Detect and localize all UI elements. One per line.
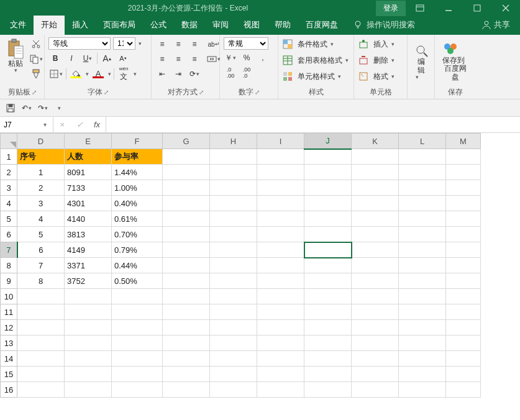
italic-button[interactable]: I xyxy=(65,52,78,65)
cut-button[interactable] xyxy=(29,37,43,51)
cell-F16[interactable] xyxy=(112,382,163,398)
cell-K7[interactable] xyxy=(352,242,399,258)
row-header-6[interactable]: 6 xyxy=(1,227,17,242)
cell-I14[interactable] xyxy=(257,351,304,367)
col-header-I[interactable]: I xyxy=(257,134,304,149)
cell-F4[interactable]: 0.40% xyxy=(112,196,163,211)
format-painter-button[interactable] xyxy=(29,67,43,81)
ribbon-display-button[interactable] xyxy=(406,0,434,16)
number-launcher[interactable]: ⤢ xyxy=(255,89,260,96)
cell-K3[interactable] xyxy=(352,180,399,196)
save-button[interactable] xyxy=(4,101,17,115)
table-format-button[interactable]: 套用表格格式▾ xyxy=(282,53,350,67)
row-header-12[interactable]: 12 xyxy=(1,320,17,336)
cell-E8[interactable]: 3371 xyxy=(65,258,112,273)
cell-F10[interactable] xyxy=(112,289,163,304)
cell-D8[interactable]: 7 xyxy=(17,258,65,273)
cell-J10[interactable] xyxy=(304,289,352,304)
cell-H1[interactable] xyxy=(210,149,257,165)
cell-D5[interactable]: 4 xyxy=(17,211,65,227)
cell-F1[interactable]: 参与率 xyxy=(112,149,163,165)
insert-function-button[interactable]: fx xyxy=(88,120,106,129)
cell-H14[interactable] xyxy=(210,351,257,367)
cell-G11[interactable] xyxy=(163,304,210,320)
cell-D6[interactable]: 5 xyxy=(17,227,65,242)
cell-D7[interactable]: 6 xyxy=(17,242,65,258)
cell-E3[interactable]: 7133 xyxy=(65,180,112,196)
cell-M3[interactable] xyxy=(446,180,481,196)
cell-H7[interactable] xyxy=(210,242,257,258)
cell-M14[interactable] xyxy=(446,351,481,367)
redo-button[interactable]: ↷▾ xyxy=(36,101,50,115)
cell-D16[interactable] xyxy=(17,382,65,398)
formula-input[interactable] xyxy=(106,117,520,132)
cell-G3[interactable] xyxy=(163,180,210,196)
align-left-button[interactable]: ≡ xyxy=(155,52,169,66)
cell-H10[interactable] xyxy=(210,289,257,304)
tab-insert[interactable]: 插入 xyxy=(65,16,96,35)
cell-I1[interactable] xyxy=(257,149,304,165)
cell-L2[interactable] xyxy=(399,165,446,180)
cell-E2[interactable]: 8091 xyxy=(65,165,112,180)
editing-button[interactable]: 编辑 ▾ xyxy=(411,37,431,88)
cell-I9[interactable] xyxy=(257,273,304,289)
cell-M8[interactable] xyxy=(446,258,481,273)
tab-layout[interactable]: 页面布局 xyxy=(96,16,143,35)
minimize-button[interactable] xyxy=(434,0,463,16)
cell-J4[interactable] xyxy=(304,196,352,211)
cell-M16[interactable] xyxy=(446,382,481,398)
align-right-button[interactable]: ≡ xyxy=(188,52,201,66)
col-header-H[interactable]: H xyxy=(210,134,257,149)
col-header-K[interactable]: K xyxy=(352,134,399,149)
cell-J12[interactable] xyxy=(304,320,352,336)
cell-I4[interactable] xyxy=(257,196,304,211)
cell-L8[interactable] xyxy=(399,258,446,273)
cell-F14[interactable] xyxy=(112,351,163,367)
row-header-16[interactable]: 16 xyxy=(1,382,17,398)
cell-K2[interactable] xyxy=(352,165,399,180)
login-button[interactable]: 登录 xyxy=(376,1,406,16)
cell-L7[interactable] xyxy=(399,242,446,258)
cell-M4[interactable] xyxy=(446,196,481,211)
cell-E13[interactable] xyxy=(65,336,112,351)
cell-K10[interactable] xyxy=(352,289,399,304)
cell-G12[interactable] xyxy=(163,320,210,336)
cell-F9[interactable]: 0.50% xyxy=(112,273,163,289)
cell-J14[interactable] xyxy=(304,351,352,367)
cell-L6[interactable] xyxy=(399,227,446,242)
increase-decimal-button[interactable]: .0.00 xyxy=(224,66,237,80)
cell-K11[interactable] xyxy=(352,304,399,320)
cell-H12[interactable] xyxy=(210,320,257,336)
name-box-dropdown[interactable]: ▾ xyxy=(40,121,50,128)
cell-I3[interactable] xyxy=(257,180,304,196)
cell-E7[interactable]: 4149 xyxy=(65,242,112,258)
cell-G7[interactable] xyxy=(163,242,210,258)
cell-L15[interactable] xyxy=(399,367,446,382)
cell-M9[interactable] xyxy=(446,273,481,289)
cell-H9[interactable] xyxy=(210,273,257,289)
comma-button[interactable]: , xyxy=(256,51,270,65)
cell-I12[interactable] xyxy=(257,320,304,336)
decrease-font-button[interactable]: A▾ xyxy=(116,52,130,65)
cell-K9[interactable] xyxy=(352,273,399,289)
cell-D11[interactable] xyxy=(17,304,65,320)
clipboard-launcher[interactable]: ⤢ xyxy=(32,89,37,96)
align-launcher[interactable]: ⤢ xyxy=(199,89,204,96)
cell-J3[interactable] xyxy=(304,180,352,196)
cell-I13[interactable] xyxy=(257,336,304,351)
cell-F8[interactable]: 0.44% xyxy=(112,258,163,273)
cell-D14[interactable] xyxy=(17,351,65,367)
cell-F6[interactable]: 0.70% xyxy=(112,227,163,242)
cell-I16[interactable] xyxy=(257,382,304,398)
font-name-select[interactable]: 等线 xyxy=(48,37,111,50)
cell-M12[interactable] xyxy=(446,320,481,336)
cell-J11[interactable] xyxy=(304,304,352,320)
cell-I8[interactable] xyxy=(257,258,304,273)
cell-D4[interactable]: 3 xyxy=(17,196,65,211)
cell-J9[interactable] xyxy=(304,273,352,289)
cell-D2[interactable]: 1 xyxy=(17,165,65,180)
cell-E16[interactable] xyxy=(65,382,112,398)
row-header-1[interactable]: 1 xyxy=(1,149,17,165)
cell-M5[interactable] xyxy=(446,211,481,227)
row-header-9[interactable]: 9 xyxy=(1,273,17,289)
